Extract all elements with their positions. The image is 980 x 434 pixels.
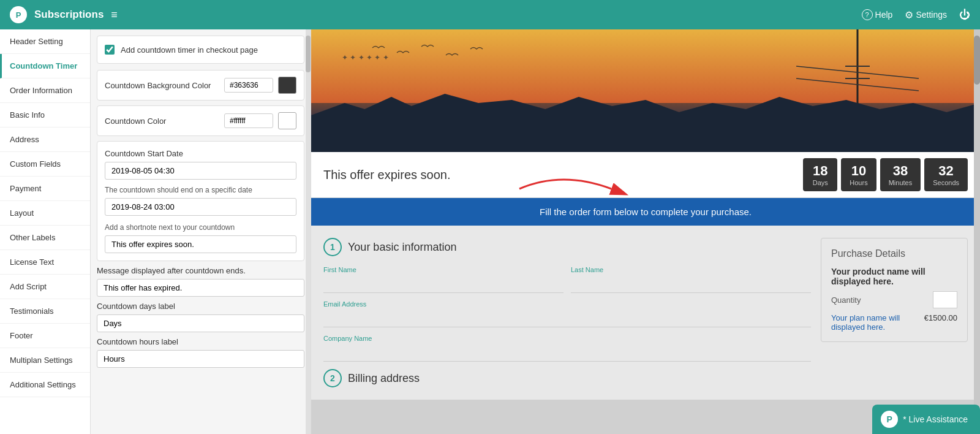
countdown-seconds-box: 32 Seconds — [924, 158, 968, 191]
expired-message-label: Message displayed after countdown ends. — [97, 266, 304, 275]
menu-icon[interactable]: ≡ — [111, 9, 118, 21]
quantity-box[interactable] — [933, 291, 957, 308]
countdown-enable-checkbox[interactable] — [105, 45, 115, 55]
email-input[interactable] — [323, 310, 811, 327]
countdown-enable-label: Add countdown timer in checkout page — [121, 45, 258, 55]
scroll-indicator — [306, 29, 311, 434]
first-name-field: First Name — [323, 266, 564, 293]
company-label: Company Name — [323, 335, 811, 342]
email-label: Email Address — [323, 300, 811, 308]
sidebar-item-order-information[interactable]: Order Information — [0, 78, 90, 103]
form-area: 1 Your basic information First Name Last… — [311, 226, 980, 400]
live-assistance-button[interactable]: P * Live Assistance — [872, 405, 980, 434]
countdown-color-controls — [224, 112, 296, 129]
company-row: Company Name — [323, 335, 811, 362]
sidebar-item-custom-fields[interactable]: Custom Fields — [0, 152, 90, 177]
power-button[interactable]: ⏻ — [959, 9, 970, 21]
birds-decoration: ✦ ✦ ✦ ✦ ✦ ✦ — [342, 42, 526, 78]
countdown-seconds-value: 32 — [933, 163, 959, 179]
sidebar-item-other-labels[interactable]: Other Labels — [0, 226, 90, 250]
countdown-color-swatch[interactable] — [278, 112, 296, 129]
plan-price: €1500.00 — [924, 313, 957, 322]
countdown-minutes-value: 38 — [889, 163, 913, 179]
sidebar: Header Setting Countdown Timer Order Inf… — [0, 29, 91, 434]
app-name: Subscriptions — [34, 9, 104, 21]
countdown-days-box: 18 Days — [803, 158, 837, 191]
sidebar-item-countdown-timer[interactable]: Countdown Timer — [0, 54, 90, 78]
email-row: Email Address — [323, 300, 811, 327]
live-assistance-label: * Live Assistance — [903, 414, 968, 424]
last-name-field: Last Name — [571, 266, 811, 293]
sidebar-item-payment[interactable]: Payment — [0, 177, 90, 201]
sidebar-item-additional-settings[interactable]: Additional Settings — [0, 373, 90, 397]
company-input[interactable] — [323, 345, 811, 362]
start-date-input[interactable] — [105, 162, 296, 180]
plan-name: Your plan name will displayed here. — [831, 313, 924, 332]
countdown-enable-row: Add countdown timer in checkout page — [97, 36, 304, 64]
sidebar-item-address[interactable]: Address — [0, 128, 90, 152]
start-date-label: Countdown Start Date — [105, 149, 296, 158]
first-name-input[interactable] — [323, 276, 564, 293]
live-assist-icon-char: P — [886, 414, 892, 424]
scroll-thumb — [306, 36, 311, 72]
preview-scrollbar[interactable] — [974, 29, 980, 434]
bg-color-controls — [224, 77, 296, 94]
countdown-bar: This offer expires soon. 18 Days 10 Hour… — [311, 152, 980, 198]
top-navigation: P Subscriptions ≡ ? Help ⚙ Settings ⏻ — [0, 0, 980, 29]
billing-section: 2 Billing address — [323, 369, 811, 387]
bg-color-label: Countdown Background Color — [105, 81, 211, 90]
countdown-days-value: 18 — [812, 163, 829, 179]
expired-message-group: Message displayed after countdown ends. — [97, 266, 304, 297]
sidebar-item-add-script[interactable]: Add Script — [0, 275, 90, 299]
email-field: Email Address — [323, 300, 811, 327]
logo-char: P — [16, 10, 21, 20]
countdown-minutes-box: 38 Minutes — [880, 158, 921, 191]
preview-panel: ✦ ✦ ✦ ✦ ✦ ✦ This offer expires soon. — [311, 29, 980, 434]
purchase-box: Purchase Details Your product name will … — [821, 238, 968, 342]
purchase-details-title: Purchase Details — [831, 248, 957, 259]
sidebar-item-testimonials[interactable]: Testimonials — [0, 299, 90, 324]
offer-text: This offer expires soon. — [323, 168, 451, 182]
countdown-minutes-label: Minutes — [889, 179, 913, 186]
sidebar-item-multiplan-settings[interactable]: Multiplan Settings — [0, 348, 90, 373]
last-name-label: Last Name — [571, 266, 811, 273]
countdown-hours-box: 10 Hours — [841, 158, 876, 191]
sidebar-item-license-text[interactable]: License Text — [0, 250, 90, 275]
shortnote-input[interactable] — [105, 235, 296, 253]
sidebar-item-layout[interactable]: Layout — [0, 201, 90, 226]
days-label-input[interactable] — [97, 314, 304, 332]
end-date-text: The countdown should end on a specific d… — [105, 186, 296, 194]
name-row: First Name Last Name — [323, 266, 811, 293]
sidebar-item-basic-info[interactable]: Basic Info — [0, 103, 90, 128]
purchase-plan-row: Your plan name will displayed here. €150… — [831, 313, 957, 332]
countdown-boxes: 18 Days 10 Hours 38 Minutes 32 Seconds — [803, 158, 968, 191]
end-date-input[interactable] — [105, 198, 296, 216]
company-field: Company Name — [323, 335, 811, 362]
sidebar-item-header-setting[interactable]: Header Setting — [0, 29, 90, 54]
sidebar-item-footer[interactable]: Footer — [0, 324, 90, 348]
fill-form-text: Fill the order form below to complete yo… — [540, 207, 752, 217]
basic-info-num: 1 — [323, 238, 342, 256]
hours-label-input[interactable] — [97, 350, 304, 368]
help-button[interactable]: ? Help — [862, 9, 893, 20]
billing-title: Billing address — [348, 372, 420, 385]
basic-info-section-title: 1 Your basic information — [323, 238, 811, 256]
quantity-label: Quantity — [831, 295, 861, 305]
purchase-product-name: Your product name will displayed here. — [831, 267, 957, 286]
svg-text:✦ ✦ ✦ ✦ ✦ ✦: ✦ ✦ ✦ ✦ ✦ ✦ — [342, 53, 389, 62]
expired-message-input[interactable] — [97, 279, 304, 297]
form-left: 1 Your basic information First Name Last… — [323, 238, 811, 387]
settings-panel: Add countdown timer in checkout page Cou… — [91, 29, 311, 434]
countdown-color-label: Countdown Color — [105, 116, 166, 126]
bg-color-hex-input[interactable] — [224, 78, 273, 93]
shortnote-label: Add a shortnote next to your countdown — [105, 223, 296, 232]
bg-color-swatch[interactable] — [278, 77, 296, 94]
settings-button[interactable]: ⚙ Settings — [905, 9, 947, 21]
countdown-color-hex-input[interactable] — [224, 113, 273, 128]
days-label-group: Countdown days label — [97, 302, 304, 332]
hours-label-group: Countdown hours label — [97, 337, 304, 368]
app-logo: P — [10, 6, 27, 23]
brand-area: P Subscriptions ≡ — [10, 6, 118, 23]
topnav-actions: ? Help ⚙ Settings ⏻ — [862, 9, 970, 21]
last-name-input[interactable] — [571, 276, 811, 293]
